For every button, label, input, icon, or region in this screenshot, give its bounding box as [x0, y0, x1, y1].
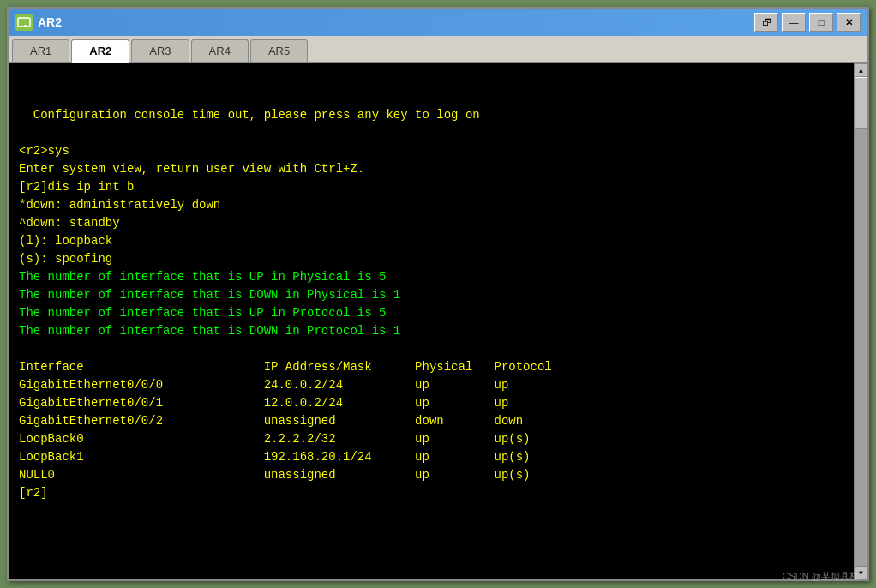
- tab-bar: AR1 AR2 AR3 AR4 AR5: [9, 36, 867, 63]
- tab-ar4[interactable]: AR4: [191, 39, 249, 62]
- tab-ar2[interactable]: AR2: [71, 39, 129, 63]
- title-bar: AR2 🗗 — □ ✕: [9, 9, 867, 36]
- scroll-thumb[interactable]: [855, 77, 867, 129]
- maximize-button[interactable]: □: [809, 13, 833, 32]
- scroll-track[interactable]: [855, 77, 867, 566]
- title-bar-left: AR2: [15, 14, 62, 31]
- tab-ar5[interactable]: AR5: [250, 39, 308, 62]
- terminal-container: Configuration console time out, please p…: [9, 63, 867, 579]
- window-title: AR2: [38, 15, 62, 29]
- app-icon: [15, 14, 33, 31]
- close-button[interactable]: ✕: [837, 13, 861, 32]
- main-window: AR2 🗗 — □ ✕ AR1 AR2 AR3 AR4 AR5 Configur…: [7, 7, 869, 581]
- tab-ar1[interactable]: AR1: [12, 39, 69, 62]
- scrollbar[interactable]: ▲ ▼: [854, 63, 867, 579]
- restore-button[interactable]: 🗗: [754, 13, 778, 32]
- tab-ar3[interactable]: AR3: [131, 39, 189, 62]
- minimize-button[interactable]: —: [782, 13, 806, 32]
- watermark: CSDN @某烟具栏: [783, 570, 859, 583]
- title-bar-controls: 🗗 — □ ✕: [754, 13, 861, 32]
- terminal-output[interactable]: Configuration console time out, please p…: [9, 63, 854, 579]
- scroll-up-button[interactable]: ▲: [855, 63, 868, 77]
